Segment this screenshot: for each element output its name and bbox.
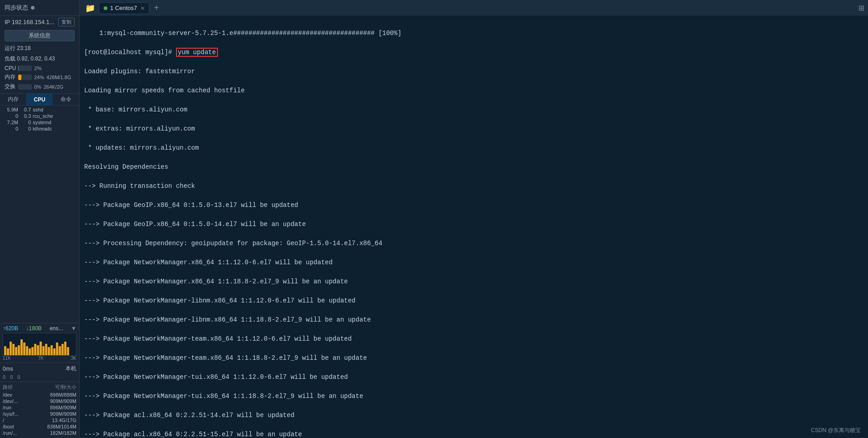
mem-value: 428M/1.8G xyxy=(46,75,71,80)
latency-val-2: 0 xyxy=(17,374,20,380)
disk-row: /run/... 182M/182M xyxy=(3,430,76,436)
sidebar: 同步状态 IP 192.168.154.1... 复制 系统信息 运行 23:1… xyxy=(0,0,80,438)
disk-path-5: /boot xyxy=(3,424,24,429)
sync-status: 同步状态 xyxy=(0,0,79,16)
terminal-line: ---> Package GeoIP.x86_64 0:1.5.0-13.el7… xyxy=(84,201,863,210)
process-row: 7.2M 0 systemd xyxy=(0,119,79,126)
terminal-line: * updates: mirrors.aliyun.com xyxy=(84,143,863,153)
proc-name-3: kthreadc xyxy=(33,126,76,131)
sync-label: 同步状态 xyxy=(5,4,28,12)
chart-labels: 11K 7K 3K xyxy=(3,356,76,361)
swap-value: 264K/2G xyxy=(44,84,63,90)
proc-mem-1: 0 xyxy=(3,113,20,119)
disk-row: /boot 838M/1014M xyxy=(3,423,76,430)
mem-label: 内存 xyxy=(5,73,16,81)
terminal-line: ---> Package NetworkManager-team.x86_64 … xyxy=(84,334,863,344)
disk-avail-header: 可用/大小 xyxy=(55,384,76,391)
proc-mem-2: 7.2M xyxy=(3,120,20,125)
runtime-row: 运行 23:18 xyxy=(0,43,79,54)
chart-bars xyxy=(3,333,76,355)
cpu-progress xyxy=(18,65,32,71)
disk-path-4: / xyxy=(3,418,24,423)
disk-val-6: 182M/182M xyxy=(24,430,76,436)
watermark: CSDN @东离与糖宝 xyxy=(811,427,861,434)
terminal-line: * base: mirrors.aliyun.com xyxy=(84,105,863,115)
net-up: ↑620B xyxy=(3,325,18,332)
load-label: 负载 0.92, 0.82, 0.43 xyxy=(5,55,55,62)
proc-name-0: sshd xyxy=(33,107,76,112)
disk-header: 路径 可用/大小 xyxy=(3,384,76,391)
tab-cpu[interactable]: CPU xyxy=(26,94,53,105)
terminal-line: ---> Package NetworkManager-tui.x86_64 1… xyxy=(84,373,863,382)
disk-val-5: 838M/1014M xyxy=(24,424,76,429)
disk-val-2: 896M/909M xyxy=(24,405,76,410)
swap-progress xyxy=(18,84,32,90)
cpu-label: CPU xyxy=(5,65,16,71)
terminal-line: ---> Package NetworkManager.x86_64 1:1.1… xyxy=(84,277,863,287)
terminal-line: Resolving Dependencies xyxy=(84,162,863,172)
network-section: ↑620B ↓180B ens... ▼ 11K 7K 3K xyxy=(0,323,79,362)
cpu-progress-fill xyxy=(18,65,19,71)
disk-val-0: 898M/898M xyxy=(24,392,76,398)
grid-view-button[interactable]: ⊞ xyxy=(858,4,864,12)
terminal-line: --> Running transaction check xyxy=(84,181,863,191)
terminal-line: Loading mirror speeds from cached hostfi… xyxy=(84,86,863,96)
ip-row: IP 192.168.154.1... 复制 xyxy=(0,16,79,28)
terminal-line: ---> Package NetworkManager-tui.x86_64 1… xyxy=(84,392,863,401)
copy-button[interactable]: 复制 xyxy=(58,18,75,26)
disk-row: /sys/f... 909M/909M xyxy=(3,411,76,417)
mem-progress-fill xyxy=(18,75,21,80)
sync-dot xyxy=(31,6,35,10)
latency-section: 0ms 本机 xyxy=(0,362,79,374)
net-iface: ens... xyxy=(50,325,63,332)
disk-row: /dev/... 909M/909M xyxy=(3,398,76,404)
disk-path-6: /run/... xyxy=(3,430,24,436)
swap-label: 交换 xyxy=(5,83,16,91)
tab-status-dot xyxy=(104,6,107,10)
proc-name-1: rcu_sche xyxy=(33,113,76,119)
tab-cmd[interactable]: 命令 xyxy=(53,94,79,105)
main-area: 📁 1 Centos7 × + ⊞ 1:mysql-community-serv… xyxy=(80,0,868,438)
terminal-line: * extras: mirrors.aliyun.com xyxy=(84,124,863,134)
net-down: ↓180B xyxy=(26,325,42,332)
tab-bar: 📁 1 Centos7 × + ⊞ xyxy=(80,0,868,16)
net-header: ↑620B ↓180B ens... ▼ xyxy=(3,325,76,332)
process-row: 0 0 kthreadc xyxy=(0,126,79,132)
terminal-line: [root@localhost mysql]# yum update xyxy=(84,48,863,57)
disk-path-0: /dev xyxy=(3,392,24,398)
sysinfo-button[interactable]: 系统信息 xyxy=(5,30,75,41)
process-list: 5.9M 0.7 sshd 0 0.3 rcu_sche 7.2M 0 syst… xyxy=(0,106,79,323)
latency-val-0: 0 xyxy=(3,374,5,380)
net-dropdown-icon[interactable]: ▼ xyxy=(71,325,76,332)
proc-cpu-3: 0 xyxy=(20,126,33,131)
terminal-line: ---> Package NetworkManager-libnm.x86_64… xyxy=(84,315,863,325)
highlighted-command: yum update xyxy=(176,48,218,57)
terminal-line: ---> Package acl.x86_64 0:2.2.51-14.el7 … xyxy=(84,411,863,420)
terminal-line: ---> Processing Dependency: geoipupdate … xyxy=(84,239,863,248)
terminal-line: ---> Package NetworkManager-team.x86_64 … xyxy=(84,353,863,363)
folder-icon-button[interactable]: 📁 xyxy=(83,3,97,13)
cpu-value: 2% xyxy=(34,65,41,71)
disk-path-1: /dev/... xyxy=(3,398,24,404)
terminal-tab[interactable]: 1 Centos7 × xyxy=(99,2,149,14)
network-chart xyxy=(3,333,76,356)
process-row: 0 0.3 rcu_sche xyxy=(0,113,79,119)
ip-label: IP 192.168.154.1... xyxy=(5,19,55,25)
disk-path-header: 路径 xyxy=(3,384,13,391)
terminal[interactable]: 1:mysql-community-server-5.7.25-1.e#####… xyxy=(80,16,868,438)
tab-add-button[interactable]: + xyxy=(151,3,161,13)
tab-mem[interactable]: 内存 xyxy=(0,94,26,105)
latency-val-1: 0 xyxy=(10,374,13,380)
swap-row: 交换 0% 264K/2G xyxy=(0,82,79,91)
process-row: 5.9M 0.7 sshd xyxy=(0,106,79,113)
disk-section: 路径 可用/大小 /dev 898M/898M /dev/... 909M/90… xyxy=(0,382,79,438)
latency-label: 0ms xyxy=(3,366,13,372)
disk-path-2: /run xyxy=(3,405,24,410)
tab-close-button[interactable]: × xyxy=(141,5,144,12)
terminal-line: ---> Package GeoIP.x86_64 0:1.5.0-14.el7… xyxy=(84,220,863,229)
proc-name-2: systemd xyxy=(33,120,76,125)
swap-pct: 0% xyxy=(34,84,41,90)
chart-label-7k: 7K xyxy=(38,356,44,361)
disk-val-4: 13.4G/17G xyxy=(24,418,76,423)
chart-label-11k: 11K xyxy=(3,356,11,361)
